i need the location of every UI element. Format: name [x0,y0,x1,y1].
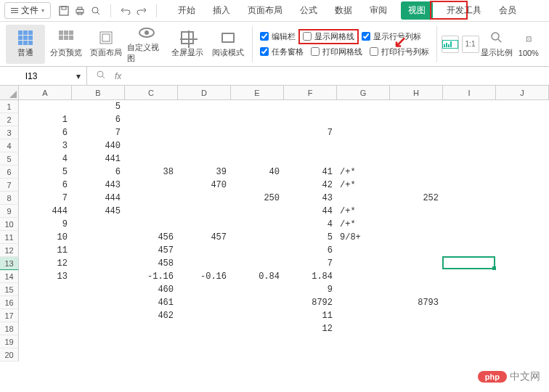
cell-E18[interactable] [231,322,284,335]
select-all-corner[interactable] [0,86,19,100]
cell-J8[interactable] [496,192,549,205]
cell-A11[interactable]: 10 [19,231,72,244]
cell-D15[interactable] [178,283,231,296]
cell-I14[interactable] [443,270,496,283]
cell-C18[interactable] [125,322,178,335]
cell-B11[interactable] [72,231,125,244]
cell-D14[interactable]: -0.16 [178,270,231,283]
cell-A4[interactable]: 3 [19,139,72,152]
cell-H1[interactable] [390,100,443,113]
cell-G7[interactable]: /+* [337,179,390,192]
cell-C15[interactable]: 460 [125,283,178,296]
col-header-C[interactable]: C [125,86,178,100]
tab-3[interactable]: 公式 [296,1,321,20]
cell-G16[interactable] [337,296,390,309]
cell-B3[interactable]: 7 [72,126,125,139]
cell-F6[interactable]: 41 [284,166,337,179]
cell-J5[interactable] [496,152,549,166]
cell-F13[interactable]: 7 [284,257,337,270]
cell-C6[interactable]: 38 [125,166,178,179]
cell-C20[interactable] [125,348,178,362]
row-header-6[interactable]: 6 [0,166,19,179]
cell-I6[interactable] [443,166,496,179]
cell-F2[interactable] [284,113,337,126]
cancel-icon[interactable] [96,70,106,82]
cell-G5[interactable] [337,152,390,166]
tab-8[interactable]: 会员 [495,1,520,20]
cell-I11[interactable] [443,231,496,244]
cell-G13[interactable] [337,257,390,270]
cell-E11[interactable] [231,231,284,244]
cell-H2[interactable] [390,113,443,126]
col-header-F[interactable]: F [284,86,337,100]
cell-D8[interactable] [178,192,231,205]
check-print-headings[interactable]: 打印行号列标 [370,46,429,57]
cell-A18[interactable] [19,322,72,335]
cell-I9[interactable] [443,205,496,218]
cell-C12[interactable]: 457 [125,244,178,257]
cell-B18[interactable] [72,322,125,335]
cell-H3[interactable] [390,126,443,139]
cell-H10[interactable] [390,218,443,231]
cell-E2[interactable] [231,113,284,126]
check-editbar[interactable]: 编辑栏 [260,31,296,42]
cell-H20[interactable] [390,348,443,362]
cell-C10[interactable] [125,218,178,231]
view-pagebreak-button[interactable]: 分页预览 [46,25,86,64]
cell-E13[interactable] [231,257,284,270]
file-menu[interactable]: 文件 ▾ [4,2,51,19]
cell-H7[interactable] [390,179,443,192]
col-header-B[interactable]: B [72,86,125,100]
onetoone-icon[interactable]: 1:1 [462,36,479,53]
check-taskpane[interactable]: 任务窗格 [260,46,304,57]
cell-A8[interactable]: 7 [19,192,72,205]
cell-F14[interactable]: 1.84 [284,270,337,283]
cell-B5[interactable]: 441 [72,152,125,166]
cell-B12[interactable] [72,244,125,257]
cell-I10[interactable] [443,218,496,231]
row-header-10[interactable]: 10 [0,218,19,231]
cell-C13[interactable]: 458 [125,257,178,270]
cell-I2[interactable] [443,113,496,126]
cell-F15[interactable]: 9 [284,283,337,296]
cell-J19[interactable] [496,335,549,348]
cell-H17[interactable] [390,309,443,322]
zoom-button[interactable]: 显示比例 [481,25,513,64]
row-header-19[interactable]: 19 [0,335,19,348]
cell-D11[interactable]: 457 [178,231,231,244]
ruler-icon[interactable] [442,36,459,53]
cell-J3[interactable] [496,126,549,139]
cell-D12[interactable] [178,244,231,257]
cell-A19[interactable] [19,335,72,348]
view-fullscreen-button[interactable]: 全屏显示 [168,25,207,64]
cell-G18[interactable] [337,322,390,335]
cell-C11[interactable]: 456 [125,231,178,244]
cell-E10[interactable] [231,218,284,231]
row-header-3[interactable]: 3 [0,126,19,139]
cell-I20[interactable] [443,348,496,362]
cell-B7[interactable]: 443 [72,179,125,192]
row-header-1[interactable]: 1 [0,100,19,113]
cell-D17[interactable] [178,309,231,322]
cell-D19[interactable] [178,335,231,348]
cell-C17[interactable]: 462 [125,309,178,322]
cell-I19[interactable] [443,335,496,348]
cell-C5[interactable] [125,152,178,166]
cell-A13[interactable]: 12 [19,257,72,270]
cell-F11[interactable]: 5 [284,231,337,244]
row-header-17[interactable]: 17 [0,309,19,322]
cell-A9[interactable]: 444 [19,205,72,218]
cell-J2[interactable] [496,113,549,126]
col-header-H[interactable]: H [390,86,443,100]
col-header-I[interactable]: I [443,86,496,100]
cell-H8[interactable]: 252 [390,192,443,205]
tab-5[interactable]: 审阅 [366,1,391,20]
cell-C4[interactable] [125,139,178,152]
row-header-20[interactable]: 20 [0,348,19,362]
view-custom-button[interactable]: 自定义视图 [127,25,166,64]
cell-E14[interactable]: 0.84 [231,270,284,283]
cell-F19[interactable] [284,335,337,348]
cell-G12[interactable] [337,244,390,257]
cell-H6[interactable] [390,166,443,179]
cell-A2[interactable]: 1 [19,113,72,126]
